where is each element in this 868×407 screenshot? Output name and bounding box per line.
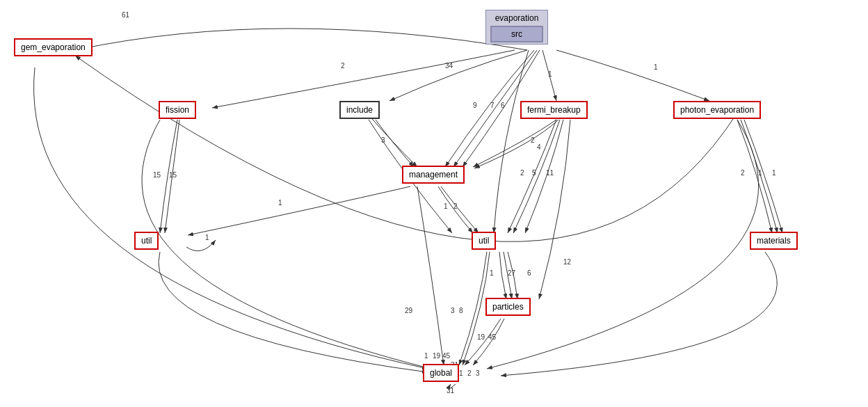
svg-text:6: 6 — [501, 102, 505, 109]
svg-text:1: 1 — [424, 352, 428, 360]
svg-text:45: 45 — [442, 352, 451, 360]
fission-util-label: util — [141, 236, 152, 246]
particles-label: particles — [492, 302, 524, 312]
svg-text:1: 1 — [758, 169, 762, 177]
graph-container: 61 2 34 1 1 9 7 6 3 2 4 1 1 — [0, 0, 868, 407]
materials-node[interactable]: materials — [750, 232, 798, 250]
svg-text:2: 2 — [531, 136, 535, 144]
fission-node[interactable]: fission — [159, 101, 196, 119]
svg-text:45: 45 — [488, 333, 497, 341]
include-node[interactable]: include — [339, 101, 380, 119]
svg-text:11: 11 — [546, 169, 554, 177]
graph-svg: 61 2 34 1 1 9 7 6 3 2 4 1 1 — [0, 0, 868, 407]
fission-label: fission — [166, 105, 189, 115]
evaporation-outer-box: evaporation src — [485, 10, 548, 45]
svg-text:1: 1 — [548, 70, 552, 78]
svg-text:2: 2 — [741, 169, 745, 177]
svg-text:61: 61 — [122, 11, 130, 19]
fermi-breakup-node[interactable]: fermi_breakup — [520, 101, 588, 119]
materials-label: materials — [757, 236, 791, 246]
gem-evaporation-node[interactable]: gem_evaporation — [14, 38, 93, 56]
svg-text:29: 29 — [405, 307, 413, 314]
evap-util-node[interactable]: util — [472, 232, 496, 250]
svg-text:2: 2 — [520, 169, 524, 177]
photon-evaporation-node[interactable]: photon_evaporation — [673, 101, 761, 119]
svg-text:15: 15 — [153, 171, 161, 179]
management-label: management — [409, 170, 458, 179]
evap-util-label: util — [479, 236, 489, 246]
svg-text:19: 19 — [433, 352, 441, 360]
svg-text:8: 8 — [459, 307, 463, 314]
global-label: global — [430, 368, 452, 378]
svg-text:9: 9 — [473, 102, 477, 109]
global-node[interactable]: global — [423, 364, 459, 382]
svg-text:1: 1 — [444, 202, 448, 210]
gem-evaporation-label: gem_evaporation — [21, 42, 86, 52]
svg-text:7: 7 — [490, 102, 495, 109]
svg-text:3: 3 — [476, 369, 480, 377]
svg-text:19: 19 — [477, 333, 485, 341]
svg-text:27: 27 — [508, 269, 516, 277]
svg-text:6: 6 — [527, 269, 531, 277]
svg-text:2: 2 — [467, 369, 472, 377]
svg-text:3: 3 — [451, 307, 455, 314]
fission-util-node[interactable]: util — [134, 232, 159, 250]
svg-text:1: 1 — [459, 369, 463, 377]
svg-text:31: 31 — [447, 387, 455, 394]
evaporation-label: evaporation — [490, 12, 543, 24]
management-node[interactable]: management — [402, 166, 465, 184]
svg-text:2: 2 — [341, 62, 345, 70]
svg-text:5: 5 — [532, 169, 536, 177]
svg-text:1: 1 — [205, 234, 209, 241]
svg-text:12: 12 — [563, 258, 572, 266]
svg-text:15: 15 — [169, 171, 177, 179]
particles-node[interactable]: particles — [485, 298, 531, 316]
svg-text:4: 4 — [537, 143, 541, 151]
fermi-breakup-label: fermi_breakup — [527, 105, 581, 115]
svg-text:1: 1 — [772, 169, 776, 177]
svg-text:1: 1 — [654, 63, 658, 71]
photon-evaporation-label: photon_evaporation — [680, 105, 754, 115]
svg-text:2: 2 — [453, 202, 458, 210]
src-box[interactable]: src — [490, 26, 543, 42]
svg-text:1: 1 — [278, 199, 282, 207]
include-label: include — [346, 105, 373, 115]
svg-text:1: 1 — [490, 269, 494, 277]
svg-text:34: 34 — [445, 62, 453, 70]
